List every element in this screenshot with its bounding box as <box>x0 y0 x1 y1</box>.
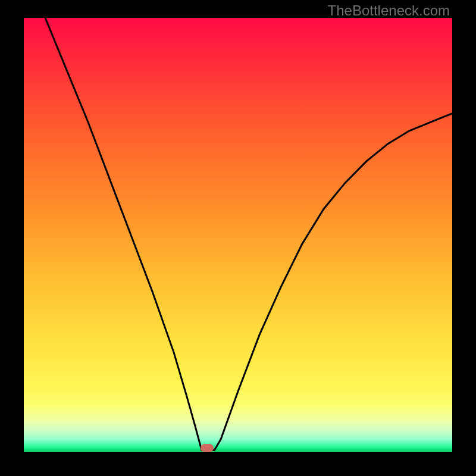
curve-path <box>45 18 452 450</box>
optimum-marker <box>201 444 214 452</box>
chart-frame: TheBottleneck.com <box>0 0 476 476</box>
plot-area <box>24 18 452 452</box>
bottleneck-curve <box>24 18 452 452</box>
watermark-text: TheBottleneck.com <box>328 2 450 19</box>
